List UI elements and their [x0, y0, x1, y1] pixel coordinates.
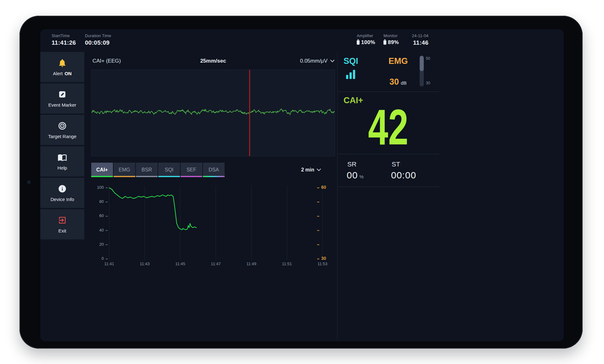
section-divider [337, 187, 439, 187]
start-time-value: 11:41:26 [52, 39, 76, 46]
tab-sqi[interactable]: SQI [158, 163, 180, 177]
tab-underline [91, 176, 113, 177]
trend-right-axis-label: 60 [321, 185, 326, 190]
trend-y-tick-label: 20 [91, 242, 104, 247]
trend-x-tick-label: 11:45 [171, 261, 190, 266]
tab-emg[interactable]: EMG [114, 163, 135, 177]
tab-dsa[interactable]: DSA [203, 163, 225, 177]
sidebar: AlertON Event Marker Target Range [40, 52, 84, 241]
cai-index-section: CAI+ 42 [337, 92, 439, 154]
eeg-waveform-trace [92, 70, 335, 156]
sidebar-item-label: Exit [58, 228, 66, 233]
sr-value: 00 % [347, 170, 364, 181]
sr-unit: % [359, 174, 363, 179]
duration-time-value: 00:05:09 [85, 39, 111, 46]
sidebar-item-help[interactable]: Help [40, 146, 84, 176]
tab-underline [136, 176, 158, 177]
trend-right-axis-label: 30 [321, 256, 326, 261]
trend-y-tick-label: 60 [91, 213, 104, 218]
eeg-scale-value: 0.05mm/μV [300, 58, 327, 64]
battery-icon [383, 40, 386, 45]
amplifier-label: Amplifier [357, 33, 375, 38]
start-time-label: StartTime [52, 33, 76, 38]
sqi-emg-section: SQI EMG 30 dB 50 30 [337, 52, 439, 92]
tablet-frame: StartTime 11:41:26 Duration Time 00:05:0… [20, 16, 583, 349]
tab-underline [181, 176, 202, 177]
st-label: ST [392, 160, 400, 168]
sidebar-item-alert[interactable]: AlertON [40, 52, 84, 82]
sidebar-item-exit[interactable]: Exit [40, 209, 84, 239]
tab-underline [203, 176, 225, 177]
sidebar-item-label: Event Marker [48, 102, 76, 108]
front-camera [27, 181, 31, 184]
eeg-sweep-speed: 25mm/sec [91, 58, 335, 64]
tab-sef[interactable]: SEF [181, 163, 202, 177]
sidebar-item-event-marker[interactable]: Event Marker [40, 83, 84, 114]
trend-x-tick-label: 11:51 [277, 261, 296, 266]
eeg-waveform-chart [91, 70, 335, 156]
duration-time-label: Duration Time [85, 33, 111, 38]
emg-label: EMG [389, 56, 408, 66]
st-value: 00:00 [391, 170, 416, 181]
monitor-battery-value: 89% [388, 39, 399, 46]
trend-y-tick-label: 40 [91, 228, 104, 232]
monitor-label: Monitor [383, 33, 399, 38]
eeg-scale-select[interactable]: 0.05mm/μV [300, 58, 334, 64]
sidebar-item-label: Target Range [48, 134, 76, 139]
emg-gauge [420, 56, 424, 87]
trend-x-tick-label: 11:53 [313, 261, 332, 266]
trend-tabs-row: CAI+ EMG BSR SQI SEF DSA 2 min [91, 163, 335, 177]
sidebar-item-target-range[interactable]: Target Range [40, 115, 84, 145]
trend-window-select[interactable]: 2 min [301, 167, 321, 173]
duration-time-block: Duration Time 00:05:09 [85, 33, 111, 46]
trend-window-value: 2 min [301, 167, 314, 173]
date-time-block: 24-11-04 11:46 [405, 33, 428, 46]
emg-unit: dB [401, 80, 406, 86]
trend-chart-plot [91, 180, 335, 271]
trend-chart: 11:4111:4311:4511:4711:4911:5111:5310080… [91, 180, 335, 271]
trend-y-tick-label: 80 [91, 199, 104, 204]
exit-icon [58, 215, 67, 225]
sidebar-item-device-info[interactable]: Device Info [40, 178, 84, 208]
signal-bars-icon [346, 70, 357, 80]
tab-underline [158, 176, 180, 177]
sr-number: 00 [347, 170, 358, 181]
emg-gauge-min: 30 [426, 81, 430, 85]
monitor-screen: StartTime 11:41:26 Duration Time 00:05:0… [40, 29, 564, 341]
target-range-icon [58, 121, 67, 131]
sidebar-item-label: Device Info [50, 197, 74, 202]
monitor-battery-block: Monitor 89% [383, 33, 399, 46]
help-book-icon [58, 152, 67, 162]
start-time-block: StartTime 11:41:26 [52, 33, 76, 46]
emg-gauge-max: 50 [426, 56, 430, 61]
trend-x-tick-label: 11:41 [100, 261, 119, 266]
amplifier-battery-block: Amplifier 100% [357, 33, 375, 46]
sqi-label: SQI [344, 56, 358, 66]
emg-value: 30 dB [389, 77, 406, 87]
battery-icon [357, 40, 360, 45]
date-value: 24-11-04 [405, 33, 428, 38]
trend-x-tick-label: 11:43 [135, 261, 154, 266]
eeg-cursor-line [249, 70, 250, 156]
emg-number: 30 [389, 77, 399, 87]
clock-value: 11:46 [405, 39, 428, 46]
bell-icon [58, 58, 67, 68]
chevron-down-icon [317, 169, 321, 171]
event-marker-icon [58, 89, 67, 99]
tab-bsr[interactable]: BSR [136, 163, 158, 177]
tab-cai[interactable]: CAI+ [91, 163, 113, 177]
eeg-panel-header: CAI+ (EEG) 25mm/sec 0.05mm/μV [91, 57, 335, 66]
sidebar-item-label: Help [58, 165, 67, 171]
st-number: 00:00 [391, 170, 416, 181]
trend-x-tick-label: 11:47 [206, 261, 225, 266]
cai-index-value: 42 [351, 101, 425, 154]
trend-y-tick-label: 0 [91, 256, 104, 261]
sr-label: SR [347, 160, 356, 168]
sidebar-item-label: AlertON [53, 71, 71, 76]
emg-gauge-fill [420, 56, 424, 71]
trend-y-tick-label: 100 [91, 185, 104, 190]
trend-x-tick-label: 11:49 [242, 261, 261, 266]
tab-underline [114, 176, 135, 177]
device-info-icon [58, 184, 67, 194]
page-background: StartTime 11:41:26 Duration Time 00:05:0… [0, 0, 604, 364]
